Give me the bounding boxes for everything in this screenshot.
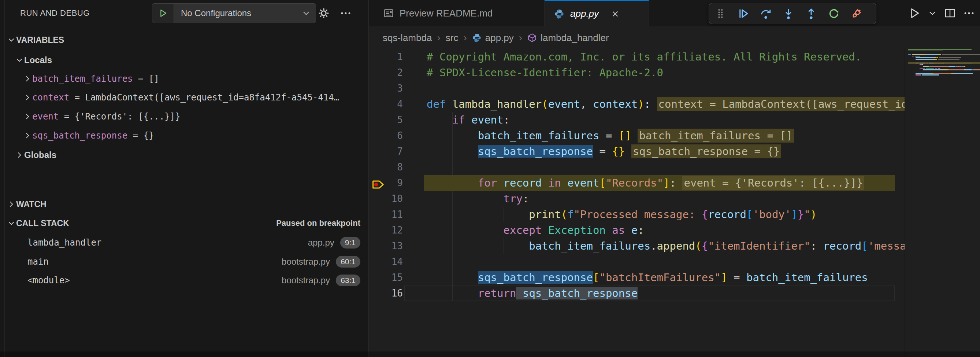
breadcrumb-symbol[interactable]: lambda_handler xyxy=(527,32,609,44)
code-line-8[interactable]: 8 xyxy=(369,159,905,175)
variable-name: context xyxy=(32,92,69,103)
disconnect-icon[interactable] xyxy=(850,6,864,21)
call-stack-frame[interactable]: <module>bootstrap.py63:1 xyxy=(0,273,368,288)
line-number[interactable]: 13 xyxy=(383,238,403,254)
chevron-right-icon: › xyxy=(519,32,522,44)
code-line-10[interactable]: 10 try: xyxy=(369,191,905,207)
code-line-3[interactable]: 3 xyxy=(369,81,905,96)
minimap-hint xyxy=(942,54,980,55)
gear-icon[interactable] xyxy=(316,5,332,21)
code-line-6[interactable]: 6 batch_item_failures = []batch_item_fai… xyxy=(369,128,905,144)
code-line-1[interactable]: 1# Copyright Amazon.com, Inc. or its aff… xyxy=(369,49,905,65)
code-line-5[interactable]: 5 if event: xyxy=(369,112,905,128)
chevron-down-icon xyxy=(302,9,310,18)
chevron-right-icon xyxy=(23,132,32,140)
variable-row[interactable]: context = LambdaContext([aws_request_id=… xyxy=(0,89,368,105)
minimap-token xyxy=(923,66,928,67)
run-dropdown-chevron-icon[interactable] xyxy=(928,9,937,18)
indent-guide xyxy=(452,159,453,175)
section-call-stack[interactable]: CALL STACK Paused on breakpoint xyxy=(0,215,368,231)
code-line-2[interactable]: 2# SPDX-License-Identifier: Apache-2.0 xyxy=(369,65,905,81)
breadcrumb: sqs-lambda › src › app.py › lambda_handl… xyxy=(369,26,980,49)
line-number[interactable]: 12 xyxy=(383,223,403,238)
scope-globals[interactable]: Globals xyxy=(0,147,368,163)
section-watch[interactable]: WATCH xyxy=(0,196,368,212)
line-number[interactable]: 15 xyxy=(383,270,403,285)
section-variables[interactable]: VARIABLES xyxy=(0,32,368,48)
step-over-icon[interactable] xyxy=(759,6,773,21)
continue-icon[interactable] xyxy=(736,6,750,21)
split-editor-icon[interactable] xyxy=(944,7,956,19)
minimap-token xyxy=(935,68,937,69)
chevron-right-icon: › xyxy=(463,32,466,44)
code-line-14[interactable]: 14 xyxy=(369,254,905,270)
line-number[interactable]: 2 xyxy=(383,65,403,81)
config-dropdown[interactable]: No Configurations xyxy=(152,3,316,23)
line-number[interactable]: 10 xyxy=(383,191,403,207)
minimap[interactable] xyxy=(908,48,980,305)
minimap-token xyxy=(926,63,928,64)
scope-locals[interactable]: Locals xyxy=(0,52,368,68)
variable-row[interactable]: event = {'Records': [{...}]} xyxy=(0,108,368,124)
line-number[interactable]: 3 xyxy=(383,81,403,96)
sidebar-header: RUN AND DEBUG No Configurations xyxy=(0,0,368,26)
vscode-window: RUN AND DEBUG No Configurations xyxy=(0,0,980,357)
line-number[interactable]: 4 xyxy=(383,96,403,112)
line-number[interactable]: 14 xyxy=(383,254,403,270)
variable-row[interactable]: batch_item_failures = [] xyxy=(0,71,368,87)
tab-app-py[interactable]: app.py xyxy=(544,0,649,26)
minimap-hint xyxy=(946,63,972,64)
run-python-file-icon[interactable] xyxy=(908,7,921,19)
line-number[interactable]: 6 xyxy=(383,128,403,144)
line-number[interactable]: 16 xyxy=(383,285,403,301)
start-debugging-icon[interactable] xyxy=(152,4,174,23)
minimap-token xyxy=(973,69,980,70)
code-line-9[interactable]: 9 for record in event["Records"]:event =… xyxy=(369,175,905,191)
code-line-12[interactable]: 12 except Exception as e: xyxy=(369,223,905,238)
line-number[interactable]: 5 xyxy=(383,112,403,128)
section-label: CALL STACK xyxy=(16,218,69,228)
minimap-token xyxy=(966,69,972,70)
variable-row[interactable]: sqs_batch_response = {} xyxy=(0,128,368,144)
variable-name: batch_item_failures xyxy=(32,74,133,84)
code-line-text: for record in event["Records"]:event = {… xyxy=(426,175,864,191)
code-line-13[interactable]: 13 batch_item_failures.append({"itemIden… xyxy=(369,238,905,254)
tab-preview-readme[interactable]: Preview README.md xyxy=(369,0,544,26)
breadcrumb-folder[interactable]: sqs-lambda xyxy=(383,32,432,44)
code-line-15[interactable]: 15 sqs_batch_response["batchItemFailures… xyxy=(369,270,905,285)
minimap-token xyxy=(932,54,939,55)
step-into-icon[interactable] xyxy=(781,6,795,21)
inline-debug-value: batch_item_failures = [] xyxy=(638,129,794,143)
close-icon[interactable] xyxy=(609,8,622,20)
more-actions-icon[interactable] xyxy=(963,7,975,19)
step-out-icon[interactable] xyxy=(804,6,818,21)
variable-name: event xyxy=(32,112,59,122)
drag-handle-icon[interactable] xyxy=(713,6,727,21)
tab-label: Preview README.md xyxy=(399,8,493,19)
code-line-7[interactable]: 7 sqs_batch_response = {}sqs_batch_respo… xyxy=(369,144,905,159)
line-number[interactable]: 8 xyxy=(383,159,403,175)
debug-toolbar xyxy=(709,3,877,24)
minimap-token xyxy=(915,56,920,57)
line-number[interactable]: 7 xyxy=(383,144,403,159)
line-number[interactable]: 9 xyxy=(383,175,403,191)
line-number[interactable]: 11 xyxy=(383,207,403,223)
frame-file: bootstrap.py xyxy=(282,257,330,267)
code-line-16[interactable]: 16 return sqs_batch_response xyxy=(369,285,905,301)
breadcrumb-folder[interactable]: src xyxy=(446,32,458,44)
code-line-11[interactable]: 11 print(f"Processed message: {record['b… xyxy=(369,207,905,223)
selection-highlight xyxy=(516,287,522,300)
editor-group: Preview README.md app.py sqs-lambda › xyxy=(369,0,980,357)
call-stack-frame[interactable]: mainbootstrap.py60:1 xyxy=(0,253,368,270)
minimap-token xyxy=(916,59,932,60)
more-actions-icon[interactable] xyxy=(338,5,354,21)
restart-icon[interactable] xyxy=(827,6,841,21)
call-stack-frame[interactable]: lambda_handlerapp.py9:1 xyxy=(0,234,368,251)
code-editor[interactable]: 1# Copyright Amazon.com, Inc. or its aff… xyxy=(369,49,905,301)
chevron-down-icon xyxy=(15,56,24,64)
breadcrumb-file[interactable]: app.py xyxy=(472,32,514,44)
frame-name: main xyxy=(27,257,49,267)
word-highlight: sqs_batch_response xyxy=(478,271,593,284)
line-number[interactable]: 1 xyxy=(383,49,403,65)
code-line-4[interactable]: 4def lambda_handler(event, context):cont… xyxy=(369,96,905,112)
